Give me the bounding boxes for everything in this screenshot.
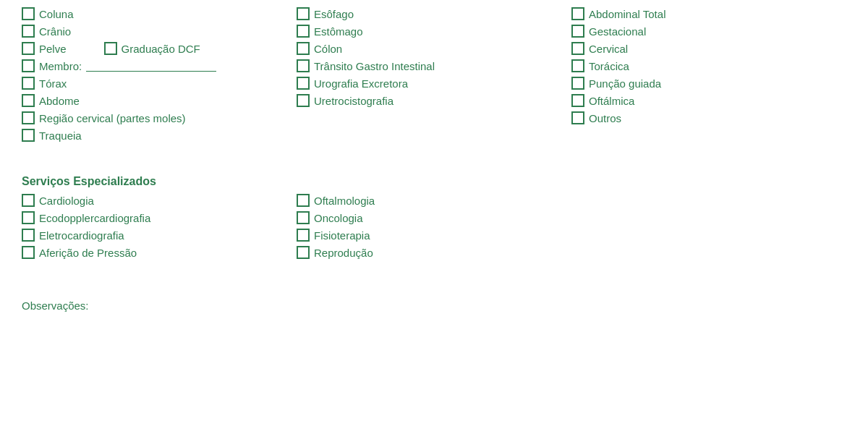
list-item: Reprodução (297, 246, 564, 259)
checkbox-puncao[interactable] (571, 77, 584, 90)
observacoes: Observações: (22, 299, 846, 312)
checkbox-abdome[interactable] (22, 94, 35, 107)
list-item: Coluna (22, 7, 289, 20)
checkbox-graduacao[interactable] (104, 42, 117, 55)
checkbox-transito[interactable] (297, 59, 310, 72)
checkbox-abdominal-total[interactable] (571, 7, 584, 20)
list-item: Tórax (22, 77, 289, 90)
label-aferica: Aferição de Pressão (39, 247, 137, 259)
label-urografia: Urografia Excretora (314, 77, 408, 90)
membro-row: Membro: (22, 59, 289, 72)
checkbox-outros[interactable] (571, 111, 584, 124)
checkbox-membro[interactable] (22, 59, 35, 72)
checkbox-oncologia[interactable] (297, 211, 310, 224)
servicos-col1: Cardiologia Ecodopplercardiografia Eletr… (22, 194, 297, 263)
label-abdome: Abdome (39, 95, 80, 107)
servicos-columns: Cardiologia Ecodopplercardiografia Eletr… (22, 194, 846, 263)
list-item: Torácica (571, 59, 839, 72)
membro-input[interactable] (86, 60, 216, 72)
checkbox-eletro[interactable] (22, 229, 35, 242)
checkbox-uretrocisto[interactable] (297, 94, 310, 107)
checkbox-toracica[interactable] (571, 59, 584, 72)
list-item: Gestacional (571, 25, 839, 38)
label-regiao-cervical: Região cervical (partes moles) (39, 112, 186, 124)
label-cranio: Crânio (39, 25, 71, 38)
checkbox-pelve[interactable] (22, 42, 35, 55)
label-ecodoppler: Ecodopplercardiografia (39, 212, 150, 224)
checkbox-gestacional[interactable] (571, 25, 584, 38)
checkbox-reproducao[interactable] (297, 246, 310, 259)
label-gestacional: Gestacional (589, 25, 646, 38)
label-traqueia: Traqueia (39, 129, 82, 142)
col3: Abdominal Total Gestacional Cervical Tor… (571, 7, 846, 146)
col1: Coluna Crânio Pelve Graduação DCF Membro… (22, 7, 297, 146)
list-item: Oftalmologia (297, 194, 564, 207)
checkbox-colon[interactable] (297, 42, 310, 55)
list-item: Cólon (297, 42, 564, 55)
list-item: Esôfago (297, 7, 564, 20)
label-oncologia: Oncologia (314, 212, 363, 224)
label-pelve: Pelve (39, 43, 67, 55)
list-item: Urografia Excretora (297, 77, 564, 90)
label-toracica: Torácica (589, 60, 629, 72)
servicos-section: Serviços Especializados Cardiologia Ecod… (22, 175, 846, 263)
label-estomago: Estômago (314, 25, 363, 38)
list-item: Região cervical (partes moles) (22, 111, 289, 124)
label-cervical: Cervical (589, 43, 628, 55)
label-puncao: Punção guiada (589, 77, 661, 90)
label-uretrocisto: Uretrocistografia (314, 95, 393, 107)
list-item: Fisioterapia (297, 229, 564, 242)
list-item: Aferição de Pressão (22, 246, 289, 259)
list-item: Outros (571, 111, 839, 124)
label-coluna: Coluna (39, 8, 74, 20)
servicos-title: Serviços Especializados (22, 175, 846, 188)
checkbox-oftalmologia[interactable] (297, 194, 310, 207)
label-oftalmologia: Oftalmologia (314, 195, 375, 207)
label-reproducao: Reprodução (314, 247, 373, 259)
checkbox-fisioterapia[interactable] (297, 229, 310, 242)
checkbox-oftalmica[interactable] (571, 94, 584, 107)
col2: Esôfago Estômago Cólon Trânsito Gastro I… (297, 7, 571, 146)
label-oftalmica: Oftálmica (589, 95, 634, 107)
label-transito: Trânsito Gastro Intestinal (314, 60, 435, 72)
label-abdominal-total: Abdominal Total (589, 8, 665, 20)
list-item: Estômago (297, 25, 564, 38)
list-item: Traqueia (22, 129, 289, 142)
label-graduacao: Graduação DCF (122, 43, 200, 55)
list-item: Eletrocardiografia (22, 229, 289, 242)
servicos-col3-empty (571, 194, 846, 263)
list-item: Oftálmica (571, 94, 839, 107)
list-item: Ecodopplercardiografia (22, 211, 289, 224)
list-item: Abdome (22, 94, 289, 107)
label-eletro: Eletrocardiografia (39, 229, 124, 242)
checkbox-regiao-cervical[interactable] (22, 111, 35, 124)
checkbox-estomago[interactable] (297, 25, 310, 38)
list-item: Uretrocistografia (297, 94, 564, 107)
label-outros: Outros (589, 112, 621, 124)
list-item: Cervical (571, 42, 839, 55)
checkbox-coluna[interactable] (22, 7, 35, 20)
label-membro: Membro: (39, 60, 82, 72)
list-item: Abdominal Total (571, 7, 839, 20)
list-item: Oncologia (297, 211, 564, 224)
label-esofago: Esôfago (314, 8, 354, 20)
list-item: Cardiologia (22, 194, 289, 207)
checkbox-aferica[interactable] (22, 246, 35, 259)
checkbox-urografia[interactable] (297, 77, 310, 90)
checkbox-cranio[interactable] (22, 25, 35, 38)
checkbox-ecodoppler[interactable] (22, 211, 35, 224)
checkbox-cardiologia[interactable] (22, 194, 35, 207)
servicos-col2: Oftalmologia Oncologia Fisioterapia Repr… (297, 194, 571, 263)
checkbox-cervical[interactable] (571, 42, 584, 55)
list-item: Trânsito Gastro Intestinal (297, 59, 564, 72)
checkbox-traqueia[interactable] (22, 129, 35, 142)
list-item: Punção guiada (571, 77, 839, 90)
list-item: Crânio (22, 25, 289, 38)
checkbox-esofago[interactable] (297, 7, 310, 20)
label-cardiologia: Cardiologia (39, 195, 94, 207)
label-colon: Cólon (314, 43, 342, 55)
label-fisioterapia: Fisioterapia (314, 229, 370, 242)
label-torax: Tórax (39, 77, 67, 90)
checkbox-torax[interactable] (22, 77, 35, 90)
pelve-row: Pelve Graduação DCF (22, 42, 289, 55)
